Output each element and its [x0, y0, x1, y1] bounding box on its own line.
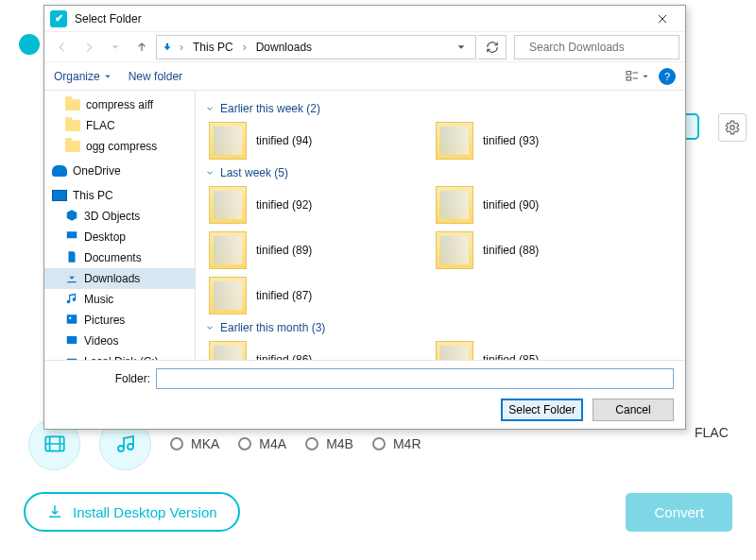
folder-name: tinified (92) — [256, 198, 312, 212]
folder-item[interactable]: tinified (94) — [209, 121, 398, 161]
download-icon — [65, 271, 78, 287]
svg-point-4 — [521, 46, 522, 47]
address-dropdown[interactable] — [451, 36, 472, 59]
breadcrumb-sep-icon: › — [241, 41, 249, 54]
address-bar[interactable]: › This PC › Downloads — [156, 35, 476, 59]
nav-up-button[interactable] — [129, 35, 154, 59]
tree-thispc[interactable]: This PC — [44, 185, 195, 206]
tree-onedrive[interactable]: OneDrive — [44, 161, 195, 181]
chevron-down-icon — [456, 42, 466, 52]
folder-thumb-icon — [436, 341, 473, 360]
app-accent-dot — [19, 34, 40, 55]
group-title: Earlier this week (2) — [220, 102, 320, 115]
folder-item[interactable]: tinified (90) — [436, 185, 625, 225]
folder-thumb-icon — [436, 231, 473, 269]
pc-icon — [52, 190, 67, 201]
format-option-mka[interactable]: MKA — [170, 436, 219, 451]
convert-button[interactable]: Convert — [626, 493, 732, 532]
format-option-m4a[interactable]: M4A — [238, 436, 286, 451]
chevron-down-icon — [111, 42, 120, 52]
nav-tree[interactable]: compress aiffFLACogg compressOneDriveThi… — [44, 91, 196, 360]
folder-thumb-icon — [209, 341, 247, 360]
music-icon — [65, 292, 78, 308]
group-header[interactable]: Earlier this week (2) — [205, 102, 676, 115]
dialog-title: Select Folder — [75, 12, 645, 25]
tree-label: Music — [84, 293, 113, 306]
download-icon — [46, 503, 63, 520]
group-items: tinified (94)tinified (93) — [209, 121, 676, 161]
radio-icon — [238, 437, 251, 450]
gear-icon — [724, 119, 741, 136]
dialog-nav: › This PC › Downloads — [44, 32, 685, 62]
folder-item[interactable]: tinified (88) — [436, 230, 625, 270]
install-desktop-button[interactable]: Install Desktop Version — [24, 492, 240, 532]
folder-field[interactable] — [156, 368, 674, 389]
folder-thumb-icon — [436, 186, 473, 224]
tree-pc-downloads[interactable]: Downloads — [44, 268, 195, 289]
folder-icon — [65, 99, 80, 110]
folder-item[interactable]: tinified (86) — [209, 340, 398, 360]
group-header[interactable]: Earlier this month (3) — [205, 321, 676, 334]
folder-content[interactable]: Earlier this week (2)tinified (94)tinifi… — [196, 91, 685, 360]
tree-pc-3d-objects[interactable]: 3D Objects — [44, 206, 195, 227]
nav-back-button[interactable] — [50, 35, 75, 59]
breadcrumb-thispc[interactable]: This PC — [189, 39, 237, 56]
new-folder-button[interactable]: New folder — [129, 70, 182, 83]
group-items: tinified (92)tinified (90)tinified (89)t… — [209, 185, 676, 315]
format-label: MKA — [191, 436, 219, 451]
svg-rect-8 — [67, 314, 77, 323]
tree-label: ogg compress — [86, 140, 157, 153]
svg-rect-11 — [67, 358, 77, 360]
folder-item[interactable]: tinified (93) — [436, 121, 625, 161]
tree-pc-pictures[interactable]: Pictures — [44, 310, 195, 331]
folder-thumb-icon — [436, 122, 473, 160]
tree-pc-documents[interactable]: Documents — [44, 247, 195, 268]
tree-quick-item[interactable]: compress aiff — [44, 94, 195, 115]
search-box[interactable] — [514, 35, 679, 59]
format-option-m4r[interactable]: M4R — [372, 436, 421, 451]
format-option-m4b[interactable]: M4B — [305, 436, 353, 451]
group-header[interactable]: Last week (5) — [205, 166, 676, 179]
folder-item[interactable]: tinified (92) — [209, 185, 398, 225]
folder-thumb-icon — [209, 277, 247, 314]
group-title: Earlier this month (3) — [220, 321, 325, 334]
desktop-icon — [65, 229, 78, 246]
search-input[interactable] — [527, 40, 673, 55]
organize-menu[interactable]: Organize — [54, 70, 112, 83]
help-button[interactable]: ? — [659, 68, 676, 85]
tree-quick-item[interactable]: FLAC — [44, 115, 195, 136]
breadcrumb-sep-icon: › — [178, 41, 185, 54]
tree-pc-local-disk-c-[interactable]: Local Disk (C:) — [44, 351, 195, 360]
chevron-down-icon — [205, 168, 215, 178]
tree-label: Desktop — [84, 230, 126, 244]
tree-pc-desktop[interactable]: Desktop — [44, 227, 195, 247]
svg-rect-6 — [627, 76, 631, 79]
view-options-button[interactable] — [625, 69, 649, 84]
doc-icon — [65, 250, 78, 266]
select-folder-button[interactable]: Select Folder — [501, 399, 583, 421]
close-button[interactable] — [645, 8, 679, 30]
tree-label: This PC — [73, 189, 113, 202]
folder-item[interactable]: tinified (89) — [209, 230, 398, 270]
tree-quick-item[interactable]: ogg compress — [44, 136, 195, 157]
nav-forward-button[interactable] — [77, 35, 101, 59]
folder-item[interactable]: tinified (85) — [436, 340, 625, 360]
refresh-button[interactable] — [478, 35, 507, 59]
tree-label: 3D Objects — [84, 210, 140, 223]
tree-label: Pictures — [84, 314, 125, 327]
arrow-up-icon — [135, 41, 148, 54]
tree-label: Documents — [84, 251, 142, 264]
folder-item[interactable]: tinified (87) — [209, 276, 398, 315]
format-label: M4R — [393, 436, 421, 451]
tree-pc-videos[interactable]: Videos — [44, 331, 195, 351]
folder-thumb-icon — [209, 122, 247, 160]
settings-button[interactable] — [718, 113, 747, 142]
tree-pc-music[interactable]: Music — [44, 289, 195, 310]
nav-recent-button[interactable] — [103, 35, 128, 59]
svg-rect-7 — [67, 231, 77, 238]
cancel-button[interactable]: Cancel — [593, 399, 674, 421]
format-label: M4B — [326, 436, 353, 451]
breadcrumb-downloads[interactable]: Downloads — [252, 39, 316, 56]
format-label: M4A — [259, 436, 286, 451]
folder-thumb-icon — [209, 186, 247, 224]
